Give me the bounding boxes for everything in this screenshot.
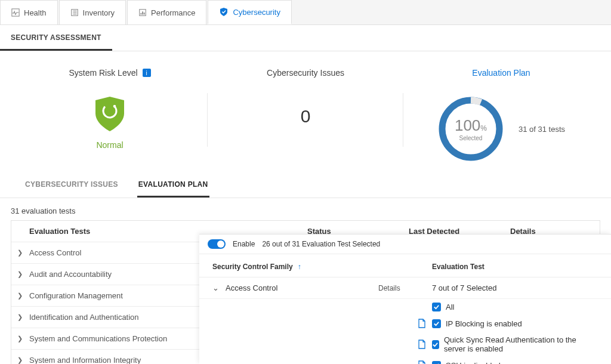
chevron-right-icon: ❯	[17, 270, 29, 278]
item-label: SSH is disabled	[446, 361, 501, 365]
checkbox[interactable]	[432, 319, 441, 328]
summary-issues-title: Cybersecurity Issues	[267, 68, 344, 78]
tab-performance-label: Performance	[151, 8, 195, 17]
item-label: IP Blocking is enabled	[446, 319, 522, 328]
tab-cybersecurity-label: Cybersecurity	[233, 8, 280, 17]
item-label: All	[446, 303, 454, 311]
evaluation-tests-count: 31 evaluation tests	[11, 206, 600, 215]
panel-header: Security Control Family ↑ Evaluation Tes…	[199, 254, 611, 277]
evaluation-donut: 100% Selected	[437, 95, 504, 162]
subtab-security-assessment[interactable]: SECURITY ASSESSMENT	[0, 25, 112, 51]
panel-item-row: Quick Sync Read Authentication to the se…	[199, 332, 611, 357]
svg-rect-8	[144, 13, 145, 15]
midtab-plan[interactable]: EVALUATION PLAN	[137, 173, 209, 198]
panel-group-row[interactable]: ⌄Access Control Details 7 out of 7 Selec…	[199, 277, 611, 299]
tests-of-text: 31 of 31 tests	[519, 125, 565, 134]
tab-cybersecurity[interactable]: Cybersecurity	[208, 0, 291, 24]
enable-label: Enable	[233, 240, 255, 248]
item-label: Quick Sync Read Authentication to the se…	[444, 335, 598, 353]
group-name: Access Control	[226, 283, 277, 292]
chevron-down-icon: ⌄	[212, 283, 221, 292]
svg-point-10	[113, 105, 116, 108]
donut-center: 100% Selected	[455, 116, 487, 141]
summary-evaluation-title[interactable]: Evaluation Plan	[472, 68, 530, 78]
panel-toolbar: Enable 26 out of 31 Evaluation Test Sele…	[199, 235, 611, 254]
enable-toggle[interactable]	[208, 239, 226, 249]
group-selected: 7 out of 7 Selected	[432, 283, 598, 292]
summary-risk-title-text: System Risk Level	[69, 68, 137, 78]
summary-row: System Risk Level i Normal Cybersecurity…	[0, 68, 611, 173]
checkbox[interactable]	[432, 303, 441, 311]
percent-sign: %	[480, 124, 487, 132]
svg-rect-7	[142, 11, 143, 14]
sub-header: SECURITY ASSESSMENT	[0, 25, 611, 51]
chevron-right-icon: ❯	[17, 335, 29, 343]
checkbox[interactable]	[432, 340, 439, 349]
shield-status-icon	[93, 95, 126, 134]
panel-item-row: SSH is disabled	[199, 357, 611, 364]
details-link[interactable]: Details	[378, 284, 432, 292]
top-tabs: Health Inventory Performance Cybersecuri…	[0, 0, 611, 25]
checkbox[interactable]	[432, 361, 441, 365]
summary-risk-title: System Risk Level i	[69, 68, 150, 78]
info-icon[interactable]: i	[143, 69, 151, 77]
document-icon[interactable]	[378, 340, 432, 349]
bar-chart-icon	[138, 8, 147, 17]
issues-count: 0	[208, 106, 403, 127]
tab-inventory[interactable]: Inventory	[59, 0, 126, 24]
risk-body: Normal	[12, 95, 208, 150]
chevron-right-icon: ❯	[17, 249, 29, 257]
panel-item-row: All	[199, 299, 611, 315]
heartbeat-icon	[11, 8, 20, 17]
donut-percent: 100	[455, 116, 480, 134]
chevron-right-icon: ❯	[17, 313, 29, 321]
col-evaluation-test: Evaluation Test	[432, 263, 598, 271]
mid-tabs: CYBERSECURITY ISSUES EVALUATION PLAN	[0, 173, 611, 198]
donut-selected-label: Selected	[455, 135, 487, 141]
tab-performance[interactable]: Performance	[127, 0, 206, 24]
sort-ascending-icon: ↑	[298, 263, 301, 271]
svg-rect-6	[141, 13, 142, 15]
chevron-right-icon: ❯	[17, 356, 29, 364]
col-security-control-family[interactable]: Security Control Family ↑	[212, 263, 378, 271]
shield-check-icon	[219, 7, 229, 17]
list-icon	[70, 8, 79, 17]
tab-health-label: Health	[24, 8, 47, 17]
evaluation-body: 100% Selected 31 of 31 tests	[403, 95, 599, 162]
evaluation-plan-panel: Enable 26 out of 31 Evaluation Test Sele…	[199, 234, 611, 364]
panel-item-row: IP Blocking is enabled	[199, 315, 611, 332]
chevron-right-icon: ❯	[17, 292, 29, 300]
summary-issues: Cybersecurity Issues 0	[208, 68, 403, 127]
document-icon[interactable]	[378, 319, 432, 328]
tab-health[interactable]: Health	[0, 0, 58, 24]
midtab-issues[interactable]: CYBERSECURITY ISSUES	[24, 173, 119, 198]
summary-evaluation: Evaluation Plan 100% Selected 31 of 31 t…	[403, 68, 599, 162]
tab-inventory-label: Inventory	[83, 8, 115, 17]
selected-summary-text: 26 out of 31 Evaluation Test Selected	[262, 240, 380, 248]
col-scf-label: Security Control Family	[212, 263, 293, 271]
panel-body: ⌄Access Control Details 7 out of 7 Selec…	[199, 277, 611, 364]
document-icon[interactable]	[378, 360, 432, 364]
risk-status-text: Normal	[12, 140, 208, 150]
summary-risk: System Risk Level i Normal	[12, 68, 208, 150]
